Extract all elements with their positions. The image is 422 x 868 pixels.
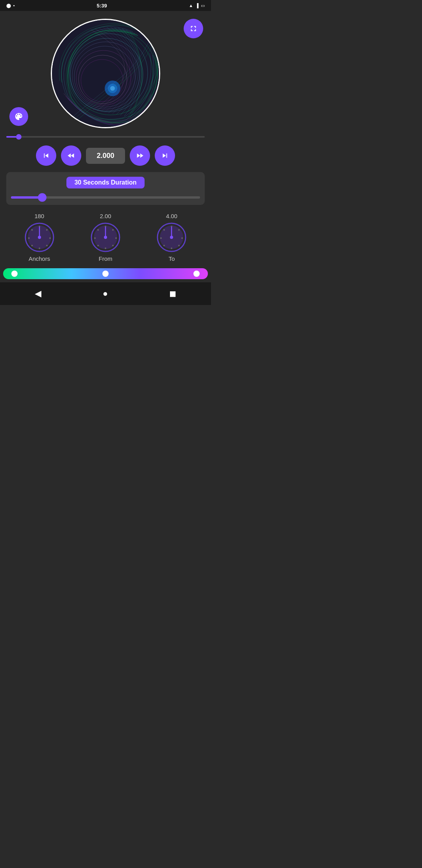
svg-point-40 bbox=[178, 229, 180, 231]
color-dot-center[interactable] bbox=[102, 271, 109, 277]
svg-point-18 bbox=[46, 245, 48, 246]
to-knob[interactable] bbox=[156, 222, 187, 253]
svg-point-12 bbox=[110, 86, 115, 91]
svg-point-32 bbox=[97, 245, 99, 246]
svg-point-20 bbox=[31, 245, 33, 246]
progress-container bbox=[0, 132, 211, 139]
svg-point-28 bbox=[112, 229, 114, 231]
battery-icon: ▭ bbox=[201, 3, 205, 8]
wifi-icon: ▲ bbox=[189, 3, 193, 8]
svg-point-21 bbox=[28, 237, 30, 239]
progress-slider[interactable] bbox=[6, 136, 205, 138]
speed-display: 2.000 bbox=[86, 148, 125, 164]
anchors-label: Anchors bbox=[29, 255, 50, 262]
nav-recent-button[interactable]: ◼ bbox=[167, 286, 179, 301]
duration-label-container: 30 Seconds Duration bbox=[11, 177, 200, 188]
svg-point-24 bbox=[38, 236, 41, 239]
transport-controls: 2.000 bbox=[0, 142, 211, 169]
sim-icon: ▪ bbox=[13, 3, 15, 8]
color-dot-left[interactable] bbox=[11, 271, 18, 277]
from-value: 2.00 bbox=[100, 213, 111, 219]
svg-point-46 bbox=[163, 229, 165, 231]
fast-forward-button[interactable] bbox=[130, 145, 150, 166]
from-knob[interactable] bbox=[90, 222, 121, 253]
svg-point-41 bbox=[181, 237, 183, 239]
svg-point-19 bbox=[39, 247, 40, 249]
svg-point-44 bbox=[163, 245, 165, 246]
duration-badge: 30 Seconds Duration bbox=[66, 177, 144, 188]
anchors-knob[interactable] bbox=[24, 222, 55, 253]
bottom-navigation: ◀ ● ◼ bbox=[0, 282, 211, 305]
spiral-canvas: // We'll draw this as SVG paths approxim… bbox=[51, 19, 160, 128]
svg-rect-0 bbox=[52, 20, 160, 128]
svg-point-42 bbox=[178, 245, 180, 246]
svg-point-17 bbox=[49, 237, 51, 239]
to-value: 4.00 bbox=[166, 213, 177, 219]
status-right-icons: ▲ ▐ ▭ bbox=[189, 3, 205, 8]
notification-icon: ⬤ bbox=[6, 3, 11, 8]
signal-icon: ▐ bbox=[195, 3, 198, 8]
skip-back-button[interactable] bbox=[36, 145, 56, 166]
skip-forward-button[interactable] bbox=[155, 145, 175, 166]
nav-home-button[interactable]: ● bbox=[100, 286, 110, 301]
svg-point-33 bbox=[94, 237, 96, 239]
to-label: To bbox=[168, 255, 175, 262]
visualization-area: // We'll draw this as SVG paths approxim… bbox=[0, 11, 211, 132]
svg-point-36 bbox=[104, 236, 107, 239]
from-knob-container: 2.00 From bbox=[90, 213, 121, 262]
color-dot-right[interactable] bbox=[193, 271, 200, 277]
svg-point-45 bbox=[160, 237, 162, 239]
rewind-button[interactable] bbox=[61, 145, 81, 166]
color-bar-container bbox=[0, 268, 211, 279]
svg-point-48 bbox=[170, 236, 173, 239]
fullscreen-button[interactable] bbox=[184, 19, 203, 38]
nav-back-button[interactable]: ◀ bbox=[32, 286, 44, 301]
color-bar[interactable] bbox=[3, 268, 208, 279]
svg-point-31 bbox=[105, 247, 106, 249]
status-time: 5:39 bbox=[97, 3, 107, 9]
anchors-knob-container: 180 Anchors bbox=[24, 213, 55, 262]
duration-section: 30 Seconds Duration bbox=[6, 172, 205, 205]
knobs-section: 180 Anchors 2.00 bbox=[0, 208, 211, 265]
svg-point-16 bbox=[46, 229, 48, 231]
to-knob-container: 4.00 To bbox=[156, 213, 187, 262]
status-bar: ⬤ ▪ 5:39 ▲ ▐ ▭ bbox=[0, 0, 211, 11]
svg-point-22 bbox=[31, 229, 33, 231]
svg-point-29 bbox=[115, 237, 117, 239]
svg-point-30 bbox=[112, 245, 114, 246]
svg-point-34 bbox=[97, 229, 99, 231]
svg-point-43 bbox=[171, 247, 172, 249]
from-label: From bbox=[98, 255, 112, 262]
anchors-value: 180 bbox=[34, 213, 44, 219]
palette-button[interactable] bbox=[9, 107, 28, 126]
status-left-icons: ⬤ ▪ bbox=[6, 3, 15, 8]
duration-slider[interactable] bbox=[11, 196, 200, 199]
